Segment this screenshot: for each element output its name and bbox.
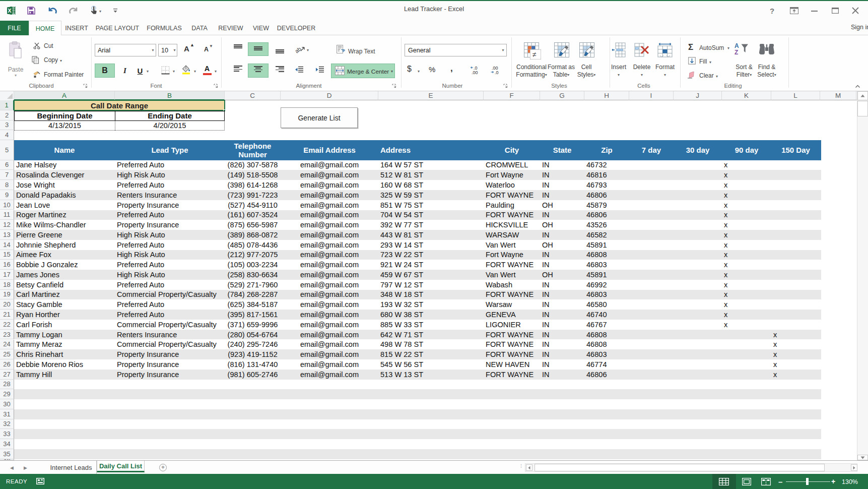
svg-text:Z: Z — [735, 49, 738, 55]
svg-text:≠: ≠ — [532, 50, 537, 58]
svg-text:.00: .00 — [472, 70, 478, 75]
svg-text:.0: .0 — [495, 70, 499, 75]
svg-text:A: A — [735, 42, 739, 49]
svg-text:ab: ab — [295, 46, 302, 54]
